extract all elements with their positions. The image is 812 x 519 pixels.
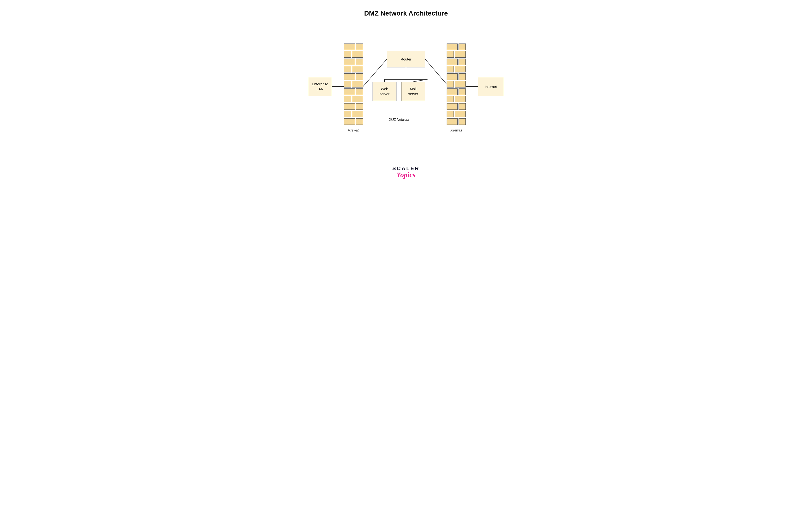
svg-line-2 [425, 59, 446, 84]
brick-wall-right [446, 44, 466, 125]
firewall-left-label: Firewall [344, 128, 363, 132]
web-server-label: Web server [379, 86, 389, 96]
web-server-box: Web server [373, 82, 397, 101]
mail-server-box: Mail server [401, 82, 425, 101]
firewall-left [344, 44, 363, 125]
enterprise-lan-box: Enterprise LAN [308, 77, 332, 96]
internet-label: Internet [485, 84, 497, 89]
topics-text: Topics [397, 171, 415, 179]
mail-server-label: Mail server [408, 86, 418, 96]
internet-box: Internet [477, 77, 504, 96]
diagram-container: Enterprise LAN Router Web server Mail se… [308, 29, 504, 149]
firewall-right-label: Firewall [446, 128, 466, 132]
svg-line-7 [413, 79, 428, 82]
router-box: Router [387, 51, 425, 67]
dmz-network-label: DMZ Network [380, 118, 418, 121]
scaler-logo: SCALER Topics [393, 165, 419, 179]
router-label: Router [401, 57, 411, 62]
enterprise-lan-label: Enterprise LAN [312, 82, 328, 91]
brick-wall-left [344, 44, 363, 125]
page-title: DMZ Network Architecture [364, 9, 448, 17]
firewall-right [446, 44, 466, 125]
